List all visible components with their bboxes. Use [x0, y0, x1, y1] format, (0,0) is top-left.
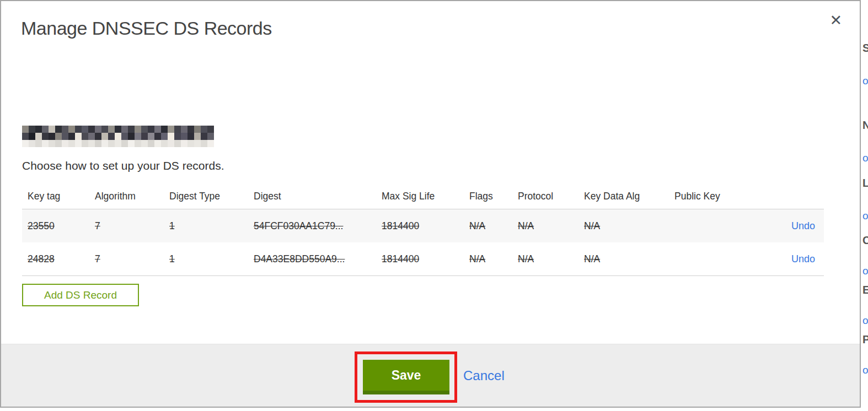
- cell-key-data-alg: N/A: [584, 220, 674, 232]
- mosaic-cell: [207, 126, 214, 133]
- mosaic-cell: [35, 133, 42, 140]
- mosaic-cell: [148, 133, 154, 140]
- mosaic-cell: [207, 140, 214, 147]
- mosaic-row: [22, 140, 214, 147]
- mosaic-cell: [161, 133, 168, 140]
- mosaic-cell: [141, 126, 148, 133]
- mosaic-cell: [115, 133, 121, 140]
- mosaic-cell: [194, 133, 201, 140]
- cell-max-sig-life: 1814400: [382, 220, 469, 232]
- mosaic-cell: [88, 126, 95, 133]
- mosaic-cell: [135, 126, 141, 133]
- mosaic-cell: [141, 133, 148, 140]
- instruction-text: Choose how to set up your DS records.: [22, 159, 224, 172]
- mosaic-cell: [42, 140, 49, 147]
- mosaic-cell: [101, 126, 108, 133]
- mosaic-cell: [68, 140, 75, 147]
- mosaic-cell: [181, 140, 187, 147]
- column-header-digest: Digest: [254, 191, 382, 202]
- mosaic-cell: [148, 126, 154, 133]
- table-body: 23550 7 1 54FCF030AA1C79... 1814400 N/A …: [22, 209, 824, 276]
- add-ds-record-button[interactable]: Add DS Record: [22, 284, 139, 306]
- mosaic-cell: [181, 133, 187, 140]
- mosaic-cell: [187, 140, 194, 147]
- undo-link[interactable]: Undo: [791, 220, 815, 231]
- column-header-digest-type: Digest Type: [169, 191, 254, 202]
- mosaic-cell: [55, 133, 62, 140]
- mosaic-row: [22, 126, 214, 133]
- mosaic-cell: [75, 133, 82, 140]
- mosaic-cell: [22, 126, 29, 133]
- mosaic-cell: [201, 140, 207, 147]
- page-edge-text-fragment: o: [862, 315, 868, 327]
- table-row: 23550 7 1 54FCF030AA1C79... 1814400 N/A …: [22, 209, 824, 242]
- page-edge-text-fragment: o: [862, 75, 868, 87]
- cell-digest: 54FCF030AA1C79...: [254, 220, 382, 232]
- cell-digest-type: 1: [169, 220, 254, 232]
- mosaic-cell: [115, 126, 121, 133]
- mosaic-cell: [42, 133, 49, 140]
- mosaic-cell: [201, 126, 207, 133]
- mosaic-cell: [201, 133, 207, 140]
- underlying-page-edge: SoNoLoCoEoPo: [862, 0, 868, 411]
- column-header-flags: Flags: [469, 191, 518, 202]
- mosaic-cell: [108, 133, 115, 140]
- mosaic-cell: [49, 140, 55, 147]
- mosaic-cell: [174, 133, 181, 140]
- save-button[interactable]: Save: [363, 360, 449, 394]
- undo-link[interactable]: Undo: [791, 253, 815, 264]
- mosaic-cell: [29, 126, 35, 133]
- page-edge-text-fragment: E: [862, 284, 868, 296]
- mosaic-cell: [154, 133, 161, 140]
- mosaic-row: [22, 133, 214, 140]
- mosaic-cell: [207, 133, 214, 140]
- mosaic-cell: [82, 126, 88, 133]
- mosaic-cell: [55, 140, 62, 147]
- mosaic-cell: [121, 126, 128, 133]
- mosaic-cell: [62, 140, 68, 147]
- mosaic-cell: [82, 140, 88, 147]
- mosaic-cell: [95, 126, 101, 133]
- mosaic-cell: [68, 133, 75, 140]
- page-edge-text-fragment: L: [862, 177, 868, 190]
- cancel-link[interactable]: Cancel: [463, 368, 505, 383]
- mosaic-cell: [95, 140, 101, 147]
- mosaic-cell: [161, 126, 168, 133]
- mosaic-cell: [194, 126, 201, 133]
- mosaic-cell: [29, 140, 35, 147]
- mosaic-cell: [148, 140, 154, 147]
- mosaic-cell: [35, 126, 42, 133]
- mosaic-cell: [75, 126, 82, 133]
- mosaic-cell: [128, 140, 135, 147]
- mosaic-cell: [62, 133, 68, 140]
- mosaic-cell: [49, 133, 55, 140]
- mosaic-cell: [121, 140, 128, 147]
- mosaic-cell: [101, 140, 108, 147]
- mosaic-cell: [168, 126, 174, 133]
- mosaic-cell: [101, 133, 108, 140]
- column-header-key-data-alg: Key Data Alg: [584, 191, 674, 202]
- mosaic-cell: [22, 133, 29, 140]
- cell-max-sig-life: 1814400: [382, 253, 469, 265]
- table-header-row: Key tag Algorithm Digest Type Digest Max…: [22, 184, 824, 209]
- table-row: 24828 7 1 D4A33E8DD550A9... 1814400 N/A …: [22, 242, 824, 275]
- mosaic-cell: [95, 133, 101, 140]
- redacted-domain-name: [22, 126, 214, 147]
- cell-digest: D4A33E8DD550A9...: [254, 253, 382, 265]
- column-header-key-tag: Key tag: [28, 191, 95, 202]
- mosaic-cell: [108, 140, 115, 147]
- mosaic-cell: [22, 140, 29, 147]
- mosaic-cell: [135, 133, 141, 140]
- mosaic-cell: [55, 126, 62, 133]
- column-header-protocol: Protocol: [518, 191, 584, 202]
- mosaic-cell: [154, 140, 161, 147]
- mosaic-cell: [135, 140, 141, 147]
- mosaic-cell: [168, 133, 174, 140]
- mosaic-cell: [42, 126, 49, 133]
- mosaic-cell: [168, 140, 174, 147]
- mosaic-cell: [115, 140, 121, 147]
- ds-records-table: Key tag Algorithm Digest Type Digest Max…: [22, 184, 824, 276]
- cell-algorithm: 7: [95, 220, 169, 232]
- mosaic-cell: [194, 140, 201, 147]
- close-icon[interactable]: ✕: [829, 13, 842, 28]
